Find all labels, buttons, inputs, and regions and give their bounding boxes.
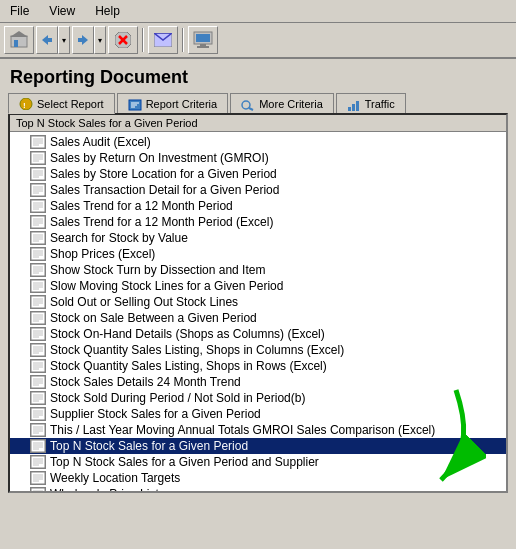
toolbar-fwd-btn[interactable] [72,26,94,54]
list-item[interactable]: Weekly Location Targets [10,470,506,486]
toolbar-fwd-arrow[interactable]: ▾ [94,26,106,54]
svg-rect-108 [31,392,45,404]
list-item[interactable]: Sales by Return On Investment (GMROI) [10,150,506,166]
svg-marker-3 [10,31,28,37]
list-item[interactable]: Sales Trend for a 12 Month Period (Excel… [10,214,506,230]
tab-traffic-label: Traffic [365,98,395,110]
list-item-label: Top N Stock Sales for a Given Period and… [50,455,319,469]
toolbar-back-btn[interactable] [36,26,58,54]
svg-rect-128 [31,456,45,468]
report-icon [30,311,46,325]
svg-rect-26 [352,104,355,111]
tab-traffic[interactable]: Traffic [336,93,406,114]
content-area[interactable]: Top N Stock Sales for a Given Period Sal… [8,113,508,493]
report-icon [30,487,46,493]
list-item[interactable]: Wholesale Price List [10,486,506,493]
tabs: ! Select Report Report Criteria More Cri… [0,92,516,113]
svg-rect-63 [31,248,45,260]
tab-report-criteria-icon [128,98,142,111]
svg-rect-25 [348,107,351,111]
list-item-label: This / Last Year Moving Annual Totals GM… [50,423,435,437]
list-item[interactable]: Sales by Store Location for a Given Peri… [10,166,506,182]
list-item-label: Sold Out or Selling Out Stock Lines [50,295,238,309]
list-item-label: Stock Quantity Sales Listing, Shops in C… [50,343,344,357]
list-item[interactable]: Sales Transaction Detail for a Given Per… [10,182,506,198]
list-item[interactable]: Sold Out or Selling Out Stock Lines [10,294,506,310]
svg-rect-14 [196,34,210,42]
toolbar-home-btn[interactable] [4,26,34,54]
report-icon [30,135,46,149]
svg-rect-28 [31,136,45,148]
list-item-label: Stock Quantity Sales Listing, Shops in R… [50,359,327,373]
toolbar-sep-2 [182,28,184,52]
list-item[interactable]: Shop Prices (Excel) [10,246,506,262]
list-item[interactable]: Sales Audit (Excel) [10,134,506,150]
menubar: File View Help [0,0,516,23]
svg-rect-98 [31,360,45,372]
menu-help[interactable]: Help [89,2,126,20]
list-item-label: Show Stock Turn by Dissection and Item [50,263,265,277]
list-item[interactable]: Sales Trend for a 12 Month Period [10,198,506,214]
toolbar-computer-btn[interactable] [188,26,218,54]
menu-view[interactable]: View [43,2,81,20]
svg-rect-5 [47,38,52,42]
list-item-label: Stock Sold During Period / Not Sold in P… [50,391,305,405]
list-item-label: Sales by Return On Investment (GMROI) [50,151,269,165]
toolbar-email-btn[interactable] [148,26,178,54]
report-list: Sales Audit (Excel) Sales by Return On I… [10,132,506,493]
report-icon [30,407,46,421]
menu-file[interactable]: File [4,2,35,20]
svg-rect-2 [19,40,24,44]
list-item[interactable]: Stock Sold During Period / Not Sold in P… [10,390,506,406]
toolbar-back-arrow[interactable]: ▾ [58,26,70,54]
report-icon [30,183,46,197]
list-item-label: Sales Audit (Excel) [50,135,151,149]
svg-rect-103 [31,376,45,388]
svg-rect-73 [31,280,45,292]
toolbar-stop-btn[interactable] [108,26,138,54]
list-item-label: Top N Stock Sales for a Given Period [50,439,248,453]
list-item[interactable]: Search for Stock by Value [10,230,506,246]
svg-point-17 [20,98,32,110]
list-item-label: Sales Trend for a 12 Month Period [50,199,233,213]
report-icon [30,375,46,389]
list-item[interactable]: This / Last Year Moving Annual Totals GM… [10,422,506,438]
svg-rect-93 [31,344,45,356]
tab-report-criteria[interactable]: Report Criteria [117,93,229,114]
tab-select-report[interactable]: ! Select Report [8,93,115,114]
list-item[interactable]: Slow Moving Stock Lines for a Given Peri… [10,278,506,294]
list-item[interactable]: Supplier Stock Sales for a Given Period [10,406,506,422]
report-icon [30,247,46,261]
svg-rect-38 [31,168,45,180]
list-item[interactable]: Stock Quantity Sales Listing, Shops in C… [10,342,506,358]
list-item[interactable]: Stock Sales Details 24 Month Trend [10,374,506,390]
report-icon [30,471,46,485]
list-item[interactable]: Show Stock Turn by Dissection and Item [10,262,506,278]
tab-select-report-label: Select Report [37,98,104,110]
list-item[interactable]: Top N Stock Sales for a Given Period and… [10,454,506,470]
svg-rect-88 [31,328,45,340]
report-icon [30,327,46,341]
svg-rect-83 [31,312,45,324]
report-icon [30,215,46,229]
list-item-label: Wholesale Price List [50,487,159,493]
svg-rect-123 [31,440,45,452]
tab-more-criteria[interactable]: More Criteria [230,93,334,114]
tab-select-report-icon: ! [19,97,33,110]
svg-rect-58 [31,232,45,244]
list-item[interactable]: Stock Quantity Sales Listing, Shops in R… [10,358,506,374]
svg-line-24 [249,108,253,110]
list-item-label: Sales Transaction Detail for a Given Per… [50,183,279,197]
list-item-label: Sales by Store Location for a Given Peri… [50,167,277,181]
list-item[interactable]: Top N Stock Sales for a Given Period [10,438,506,454]
report-icon [30,151,46,165]
list-item-label: Slow Moving Stock Lines for a Given Peri… [50,279,283,293]
svg-rect-113 [31,408,45,420]
report-icon [30,199,46,213]
list-item[interactable]: Stock on Sale Between a Given Period [10,310,506,326]
breadcrumb: Top N Stock Sales for a Given Period [10,115,506,132]
svg-rect-1 [14,40,18,47]
list-item[interactable]: Stock On-Hand Details (Shops as Columns)… [10,326,506,342]
svg-rect-15 [200,44,206,46]
svg-rect-78 [31,296,45,308]
